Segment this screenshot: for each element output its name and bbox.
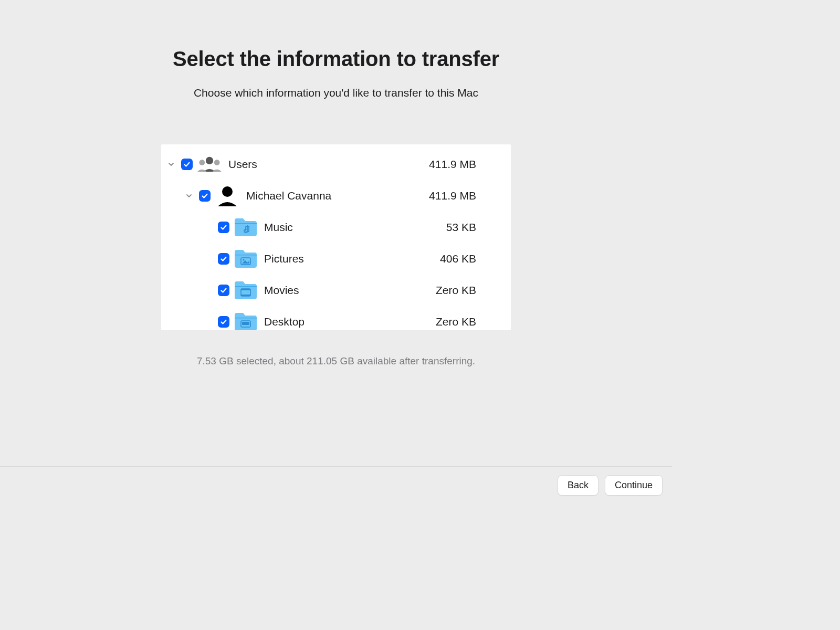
tree-row-music[interactable]: Music 53 KB <box>161 212 511 243</box>
svg-point-1 <box>199 160 205 165</box>
movies-folder-icon <box>234 280 258 301</box>
tree-size-pictures: 406 KB <box>440 253 476 265</box>
transfer-tree-panel: Users 411.9 MB Michael Cavanna <box>161 144 511 330</box>
tree-row-user[interactable]: Michael Cavanna 411.9 MB <box>161 180 511 212</box>
continue-button[interactable]: Continue <box>605 475 663 496</box>
tree-size-movies: Zero KB <box>436 284 476 297</box>
music-folder-icon <box>234 217 258 238</box>
svg-point-7 <box>243 259 244 260</box>
checkbox-user[interactable] <box>199 190 211 202</box>
users-group-icon <box>197 153 222 176</box>
page-title: Select the information to transfer <box>173 47 499 71</box>
tree-label-user: Michael Cavanna <box>246 190 331 202</box>
tree-label-movies: Movies <box>264 284 299 297</box>
main-content: Select the information to transfer Choos… <box>0 0 672 466</box>
tree-label-pictures: Pictures <box>264 253 304 265</box>
footer-bar: Back Continue <box>0 466 672 504</box>
person-silhouette-icon <box>215 184 240 207</box>
tree-size-user: 411.9 MB <box>429 190 476 202</box>
svg-point-0 <box>206 157 213 164</box>
tree-size-users: 411.9 MB <box>429 158 476 171</box>
tree-row-desktop[interactable]: Desktop Zero KB <box>161 306 511 330</box>
checkbox-pictures[interactable] <box>218 253 229 265</box>
svg-rect-14 <box>242 322 249 325</box>
chevron-down-icon[interactable] <box>166 160 176 169</box>
status-text: 7.53 GB selected, about 211.05 GB availa… <box>197 355 475 367</box>
checkbox-users[interactable] <box>181 159 193 170</box>
tree-row-movies[interactable]: Movies Zero KB <box>161 275 511 306</box>
page-subtitle: Choose which information you'd like to t… <box>194 87 478 99</box>
svg-point-3 <box>222 186 233 197</box>
pictures-folder-icon <box>234 248 258 269</box>
tree-size-desktop: Zero KB <box>436 316 476 328</box>
migration-assistant-window: Select the information to transfer Choos… <box>0 0 672 504</box>
svg-point-2 <box>214 160 220 165</box>
svg-rect-8 <box>235 286 257 287</box>
svg-rect-11 <box>241 295 250 296</box>
tree-size-music: 53 KB <box>446 221 476 234</box>
svg-rect-12 <box>235 318 257 318</box>
tree-label-users: Users <box>228 158 257 171</box>
tree-label-desktop: Desktop <box>264 316 304 328</box>
svg-rect-10 <box>241 289 250 290</box>
checkbox-desktop[interactable] <box>218 316 229 328</box>
back-button[interactable]: Back <box>558 475 598 496</box>
tree-row-pictures[interactable]: Pictures 406 KB <box>161 243 511 275</box>
checkbox-movies[interactable] <box>218 285 229 296</box>
svg-rect-4 <box>235 223 257 224</box>
checkbox-music[interactable] <box>218 222 229 233</box>
chevron-down-icon[interactable] <box>184 191 194 201</box>
svg-rect-5 <box>235 255 257 255</box>
desktop-folder-icon <box>234 311 258 330</box>
tree-label-music: Music <box>264 221 293 234</box>
tree-row-users[interactable]: Users 411.9 MB <box>161 149 511 180</box>
